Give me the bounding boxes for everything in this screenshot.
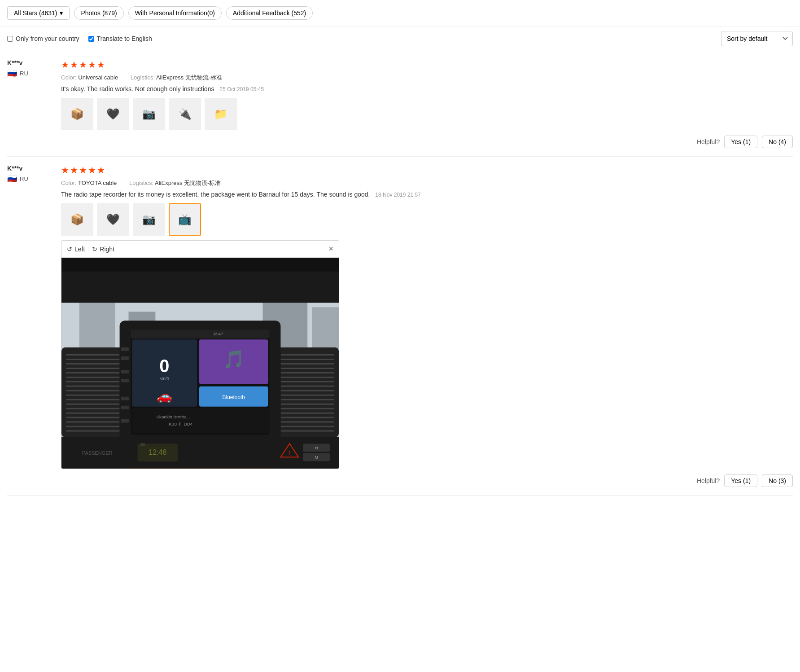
- sort-select[interactable]: Sort by default Most recent Most helpful: [721, 31, 793, 46]
- viewer-image: 13:47 0 km/h 🚗 🎵: [61, 258, 339, 469]
- svg-rect-18: [66, 395, 120, 396]
- review-text: It's okay. The radio works. Not enough o…: [61, 85, 214, 92]
- svg-rect-65: [132, 408, 269, 433]
- svg-rect-48: [121, 356, 129, 360]
- close-icon: ×: [328, 244, 333, 253]
- photo-thumb-5[interactable]: 📁: [205, 98, 237, 130]
- helpful-row: Helpful? Yes (1) No (4): [7, 136, 793, 148]
- rotate-right-icon: ↻: [92, 246, 97, 253]
- svg-text:H: H: [315, 446, 318, 450]
- svg-rect-21: [66, 408, 120, 409]
- review-content: ★ ★ ★ ★ ★ Color: TOYOTA cable Logistics:…: [61, 165, 793, 469]
- svg-rect-47: [121, 347, 129, 351]
- reviewer-country: 🇷🇺 RU: [7, 68, 52, 78]
- chevron-down-icon: ▾: [60, 9, 63, 17]
- svg-rect-43: [280, 422, 334, 423]
- svg-rect-13: [66, 372, 120, 373]
- svg-rect-24: [66, 422, 120, 423]
- country-code: RU: [20, 176, 28, 182]
- translate-label[interactable]: Translate to English: [88, 35, 152, 42]
- logistics-label: Logistics:: [131, 74, 155, 81]
- svg-rect-10: [66, 359, 120, 360]
- rotate-left-icon: ↺: [67, 246, 72, 253]
- helpful-row: Helpful? Yes (1) No (3): [7, 474, 793, 487]
- only-country-label[interactable]: Only from your country: [7, 35, 79, 42]
- photo-thumb-4-active[interactable]: 📺: [169, 203, 201, 236]
- svg-rect-16: [66, 386, 120, 387]
- photo-thumb-1[interactable]: 📦: [61, 98, 93, 130]
- svg-rect-28: [280, 354, 334, 356]
- helpful-no-button[interactable]: No (3): [762, 474, 793, 487]
- reviewer-name: K***v: [7, 59, 52, 66]
- reviewer-name: K***v: [7, 165, 52, 172]
- star-2: ★: [70, 165, 78, 176]
- photo-thumb-2[interactable]: 🖤: [97, 203, 129, 236]
- star-3: ★: [79, 59, 87, 70]
- svg-text:Bluetooth: Bluetooth: [223, 394, 245, 400]
- star-1: ★: [61, 165, 69, 176]
- svg-text:13:47: 13:47: [213, 332, 223, 336]
- svg-rect-25: [66, 426, 120, 427]
- svg-rect-29: [280, 359, 334, 360]
- review-card: K***v 🇷🇺 RU ★ ★ ★ ★ ★ Color: Universal c…: [7, 51, 793, 157]
- helpful-yes-button[interactable]: Yes (1): [724, 474, 757, 487]
- svg-rect-52: [121, 406, 129, 409]
- all-stars-button[interactable]: All Stars (4631) ▾: [7, 6, 70, 20]
- svg-rect-20: [66, 404, 120, 405]
- svg-rect-49: [121, 370, 129, 373]
- review-header: K***v 🇷🇺 RU ★ ★ ★ ★ ★ Color: Universal c…: [7, 59, 793, 130]
- photos-row: 📦 🖤 📷 🔌 📁: [61, 98, 793, 130]
- all-stars-label: All Stars (4631): [14, 9, 57, 17]
- svg-rect-34: [280, 381, 334, 382]
- review-text-row: The radio tape recorder for its money is…: [61, 191, 793, 198]
- photo-thumb-3[interactable]: 📷: [133, 203, 165, 236]
- review-date: 25 Oct 2019 05:45: [219, 86, 264, 92]
- review-card: K***v 🇷🇺 RU ★ ★ ★ ★ ★ Color: TOYOTA cabl…: [7, 157, 793, 496]
- photo-thumb-3[interactable]: 📷: [133, 98, 165, 130]
- svg-rect-38: [280, 399, 334, 400]
- svg-text::00: :00: [140, 442, 145, 447]
- photo-thumb-2[interactable]: 🖤: [97, 98, 129, 130]
- additional-feedback-filter-button[interactable]: Additional Feedback (552): [226, 6, 313, 20]
- review-header: K***v 🇷🇺 RU ★ ★ ★ ★ ★ Color: TOYOTA cabl…: [7, 165, 793, 469]
- color-label: Color:: [61, 74, 77, 81]
- svg-rect-51: [121, 397, 129, 400]
- country-flag: 🇷🇺: [7, 68, 17, 78]
- svg-rect-8: [61, 347, 124, 437]
- viewer-close-button[interactable]: ×: [328, 244, 333, 254]
- svg-rect-33: [280, 377, 334, 378]
- star-5: ★: [97, 165, 105, 176]
- color-value: Universal cable: [78, 74, 118, 81]
- svg-rect-14: [66, 377, 120, 378]
- personal-info-filter-button[interactable]: With Personal Information(0): [128, 6, 222, 20]
- rotate-right-button[interactable]: ↻ Right: [92, 246, 114, 253]
- reviewer-info: K***v 🇷🇺 RU: [7, 59, 52, 130]
- left-label: Left: [74, 246, 85, 253]
- svg-text:K30  ⏸  DD4: K30 ⏸ DD4: [169, 422, 193, 426]
- top-bar: All Stars (4631) ▾ Photos (879) With Per…: [0, 0, 800, 26]
- helpful-no-button[interactable]: No (4): [762, 136, 793, 148]
- star-2: ★: [70, 59, 78, 70]
- review-meta: Color: TOYOTA cable Logistics: AliExpres…: [61, 179, 793, 187]
- country-code: RU: [20, 70, 28, 77]
- photos-filter-button[interactable]: Photos (879): [74, 6, 123, 20]
- car-dashboard-svg: 13:47 0 km/h 🚗 🎵: [61, 258, 339, 469]
- star-1: ★: [61, 59, 69, 70]
- svg-rect-7: [61, 258, 339, 272]
- rotate-left-button[interactable]: ↺ Left: [67, 246, 85, 253]
- svg-rect-17: [66, 390, 120, 391]
- only-country-checkbox[interactable]: [7, 36, 13, 42]
- svg-rect-53: [121, 419, 129, 423]
- translate-checkbox[interactable]: [88, 36, 94, 42]
- star-3: ★: [79, 165, 87, 176]
- svg-text:M: M: [315, 455, 318, 460]
- helpful-yes-button[interactable]: Yes (1): [724, 136, 757, 148]
- svg-text:🚗: 🚗: [157, 389, 172, 404]
- star-5: ★: [97, 59, 105, 70]
- photo-thumb-1[interactable]: 📦: [61, 203, 93, 236]
- svg-rect-36: [280, 390, 334, 391]
- star-4: ★: [88, 165, 96, 176]
- viewer-controls: ↺ Left ↻ Right: [67, 246, 114, 253]
- star-4: ★: [88, 59, 96, 70]
- photo-thumb-4[interactable]: 🔌: [169, 98, 201, 130]
